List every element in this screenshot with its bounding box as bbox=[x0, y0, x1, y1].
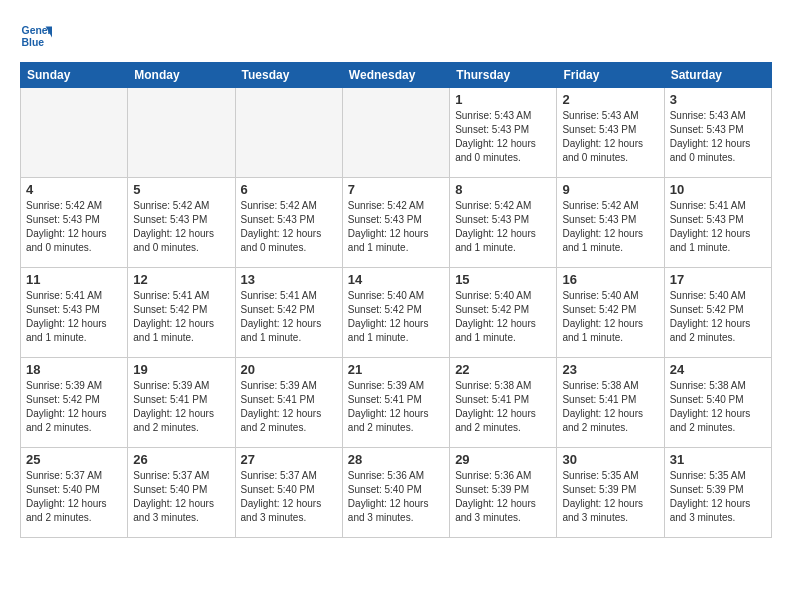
calendar-cell: 9Sunrise: 5:42 AMSunset: 5:43 PMDaylight… bbox=[557, 178, 664, 268]
week-row-2: 4Sunrise: 5:42 AMSunset: 5:43 PMDaylight… bbox=[21, 178, 772, 268]
calendar-cell: 10Sunrise: 5:41 AMSunset: 5:43 PMDayligh… bbox=[664, 178, 771, 268]
day-info: Sunrise: 5:39 AMSunset: 5:42 PMDaylight:… bbox=[26, 379, 122, 435]
day-info: Sunrise: 5:40 AMSunset: 5:42 PMDaylight:… bbox=[670, 289, 766, 345]
calendar-cell bbox=[21, 88, 128, 178]
week-row-5: 25Sunrise: 5:37 AMSunset: 5:40 PMDayligh… bbox=[21, 448, 772, 538]
day-info: Sunrise: 5:41 AMSunset: 5:43 PMDaylight:… bbox=[670, 199, 766, 255]
day-info: Sunrise: 5:40 AMSunset: 5:42 PMDaylight:… bbox=[562, 289, 658, 345]
weekday-header-wednesday: Wednesday bbox=[342, 63, 449, 88]
day-number: 13 bbox=[241, 272, 337, 287]
day-info: Sunrise: 5:43 AMSunset: 5:43 PMDaylight:… bbox=[562, 109, 658, 165]
page-header: General Blue bbox=[20, 20, 772, 52]
day-info: Sunrise: 5:41 AMSunset: 5:42 PMDaylight:… bbox=[133, 289, 229, 345]
calendar-cell: 2Sunrise: 5:43 AMSunset: 5:43 PMDaylight… bbox=[557, 88, 664, 178]
calendar-cell bbox=[128, 88, 235, 178]
day-number: 15 bbox=[455, 272, 551, 287]
day-number: 12 bbox=[133, 272, 229, 287]
day-number: 21 bbox=[348, 362, 444, 377]
day-info: Sunrise: 5:39 AMSunset: 5:41 PMDaylight:… bbox=[348, 379, 444, 435]
day-info: Sunrise: 5:35 AMSunset: 5:39 PMDaylight:… bbox=[562, 469, 658, 525]
calendar-cell: 20Sunrise: 5:39 AMSunset: 5:41 PMDayligh… bbox=[235, 358, 342, 448]
day-info: Sunrise: 5:40 AMSunset: 5:42 PMDaylight:… bbox=[348, 289, 444, 345]
day-number: 30 bbox=[562, 452, 658, 467]
weekday-header-tuesday: Tuesday bbox=[235, 63, 342, 88]
day-info: Sunrise: 5:38 AMSunset: 5:41 PMDaylight:… bbox=[455, 379, 551, 435]
calendar-cell: 12Sunrise: 5:41 AMSunset: 5:42 PMDayligh… bbox=[128, 268, 235, 358]
day-number: 9 bbox=[562, 182, 658, 197]
day-info: Sunrise: 5:39 AMSunset: 5:41 PMDaylight:… bbox=[133, 379, 229, 435]
calendar-cell: 31Sunrise: 5:35 AMSunset: 5:39 PMDayligh… bbox=[664, 448, 771, 538]
weekday-header-saturday: Saturday bbox=[664, 63, 771, 88]
day-info: Sunrise: 5:41 AMSunset: 5:43 PMDaylight:… bbox=[26, 289, 122, 345]
calendar-cell: 4Sunrise: 5:42 AMSunset: 5:43 PMDaylight… bbox=[21, 178, 128, 268]
day-number: 11 bbox=[26, 272, 122, 287]
logo: General Blue bbox=[20, 20, 52, 52]
week-row-1: 1Sunrise: 5:43 AMSunset: 5:43 PMDaylight… bbox=[21, 88, 772, 178]
calendar-cell: 5Sunrise: 5:42 AMSunset: 5:43 PMDaylight… bbox=[128, 178, 235, 268]
calendar-cell: 7Sunrise: 5:42 AMSunset: 5:43 PMDaylight… bbox=[342, 178, 449, 268]
calendar-cell: 23Sunrise: 5:38 AMSunset: 5:41 PMDayligh… bbox=[557, 358, 664, 448]
day-number: 25 bbox=[26, 452, 122, 467]
day-info: Sunrise: 5:39 AMSunset: 5:41 PMDaylight:… bbox=[241, 379, 337, 435]
calendar-cell: 18Sunrise: 5:39 AMSunset: 5:42 PMDayligh… bbox=[21, 358, 128, 448]
day-info: Sunrise: 5:38 AMSunset: 5:40 PMDaylight:… bbox=[670, 379, 766, 435]
day-info: Sunrise: 5:35 AMSunset: 5:39 PMDaylight:… bbox=[670, 469, 766, 525]
calendar-cell bbox=[235, 88, 342, 178]
calendar-cell: 1Sunrise: 5:43 AMSunset: 5:43 PMDaylight… bbox=[450, 88, 557, 178]
day-number: 27 bbox=[241, 452, 337, 467]
calendar-cell: 8Sunrise: 5:42 AMSunset: 5:43 PMDaylight… bbox=[450, 178, 557, 268]
day-number: 20 bbox=[241, 362, 337, 377]
calendar-cell: 17Sunrise: 5:40 AMSunset: 5:42 PMDayligh… bbox=[664, 268, 771, 358]
svg-text:Blue: Blue bbox=[22, 37, 45, 48]
week-row-4: 18Sunrise: 5:39 AMSunset: 5:42 PMDayligh… bbox=[21, 358, 772, 448]
day-number: 3 bbox=[670, 92, 766, 107]
logo-icon: General Blue bbox=[20, 20, 52, 52]
day-info: Sunrise: 5:43 AMSunset: 5:43 PMDaylight:… bbox=[455, 109, 551, 165]
calendar: SundayMondayTuesdayWednesdayThursdayFrid… bbox=[20, 62, 772, 538]
calendar-cell: 29Sunrise: 5:36 AMSunset: 5:39 PMDayligh… bbox=[450, 448, 557, 538]
day-number: 28 bbox=[348, 452, 444, 467]
day-info: Sunrise: 5:41 AMSunset: 5:42 PMDaylight:… bbox=[241, 289, 337, 345]
calendar-cell: 13Sunrise: 5:41 AMSunset: 5:42 PMDayligh… bbox=[235, 268, 342, 358]
calendar-cell: 19Sunrise: 5:39 AMSunset: 5:41 PMDayligh… bbox=[128, 358, 235, 448]
day-info: Sunrise: 5:37 AMSunset: 5:40 PMDaylight:… bbox=[26, 469, 122, 525]
day-number: 26 bbox=[133, 452, 229, 467]
day-number: 5 bbox=[133, 182, 229, 197]
day-info: Sunrise: 5:42 AMSunset: 5:43 PMDaylight:… bbox=[133, 199, 229, 255]
day-number: 2 bbox=[562, 92, 658, 107]
calendar-cell: 22Sunrise: 5:38 AMSunset: 5:41 PMDayligh… bbox=[450, 358, 557, 448]
day-info: Sunrise: 5:42 AMSunset: 5:43 PMDaylight:… bbox=[455, 199, 551, 255]
week-row-3: 11Sunrise: 5:41 AMSunset: 5:43 PMDayligh… bbox=[21, 268, 772, 358]
day-info: Sunrise: 5:37 AMSunset: 5:40 PMDaylight:… bbox=[241, 469, 337, 525]
day-info: Sunrise: 5:42 AMSunset: 5:43 PMDaylight:… bbox=[562, 199, 658, 255]
day-number: 22 bbox=[455, 362, 551, 377]
day-number: 14 bbox=[348, 272, 444, 287]
weekday-header-monday: Monday bbox=[128, 63, 235, 88]
day-info: Sunrise: 5:36 AMSunset: 5:40 PMDaylight:… bbox=[348, 469, 444, 525]
weekday-header-thursday: Thursday bbox=[450, 63, 557, 88]
day-number: 23 bbox=[562, 362, 658, 377]
day-number: 8 bbox=[455, 182, 551, 197]
calendar-cell bbox=[342, 88, 449, 178]
day-info: Sunrise: 5:42 AMSunset: 5:43 PMDaylight:… bbox=[241, 199, 337, 255]
day-number: 19 bbox=[133, 362, 229, 377]
day-info: Sunrise: 5:42 AMSunset: 5:43 PMDaylight:… bbox=[348, 199, 444, 255]
calendar-cell: 15Sunrise: 5:40 AMSunset: 5:42 PMDayligh… bbox=[450, 268, 557, 358]
calendar-cell: 21Sunrise: 5:39 AMSunset: 5:41 PMDayligh… bbox=[342, 358, 449, 448]
weekday-header-sunday: Sunday bbox=[21, 63, 128, 88]
day-info: Sunrise: 5:36 AMSunset: 5:39 PMDaylight:… bbox=[455, 469, 551, 525]
calendar-cell: 11Sunrise: 5:41 AMSunset: 5:43 PMDayligh… bbox=[21, 268, 128, 358]
calendar-cell: 28Sunrise: 5:36 AMSunset: 5:40 PMDayligh… bbox=[342, 448, 449, 538]
day-number: 6 bbox=[241, 182, 337, 197]
day-info: Sunrise: 5:37 AMSunset: 5:40 PMDaylight:… bbox=[133, 469, 229, 525]
day-number: 1 bbox=[455, 92, 551, 107]
calendar-cell: 6Sunrise: 5:42 AMSunset: 5:43 PMDaylight… bbox=[235, 178, 342, 268]
day-info: Sunrise: 5:42 AMSunset: 5:43 PMDaylight:… bbox=[26, 199, 122, 255]
calendar-cell: 27Sunrise: 5:37 AMSunset: 5:40 PMDayligh… bbox=[235, 448, 342, 538]
day-number: 7 bbox=[348, 182, 444, 197]
day-number: 29 bbox=[455, 452, 551, 467]
day-info: Sunrise: 5:43 AMSunset: 5:43 PMDaylight:… bbox=[670, 109, 766, 165]
day-number: 18 bbox=[26, 362, 122, 377]
calendar-cell: 25Sunrise: 5:37 AMSunset: 5:40 PMDayligh… bbox=[21, 448, 128, 538]
calendar-cell: 3Sunrise: 5:43 AMSunset: 5:43 PMDaylight… bbox=[664, 88, 771, 178]
